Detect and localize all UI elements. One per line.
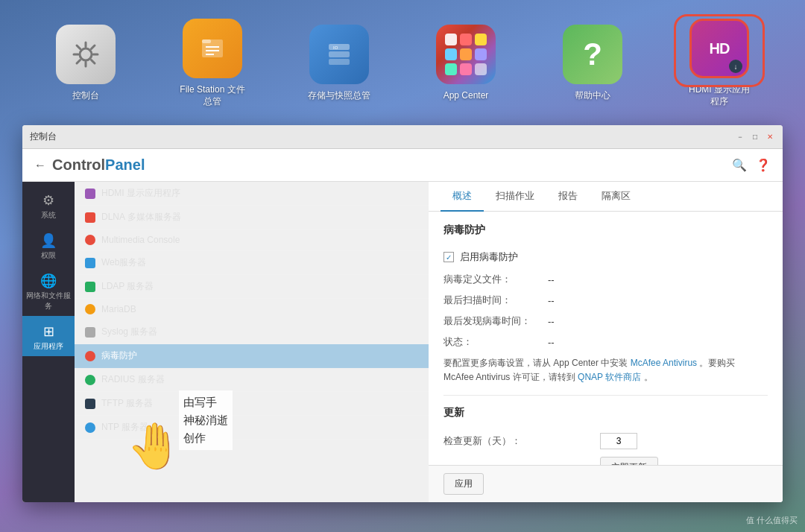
back-button[interactable]: ←: [34, 159, 46, 172]
app-item-hdmi[interactable]: HDMI 显示应用程序: [75, 182, 429, 206]
mariadb-item-label: MariaDB: [101, 304, 136, 314]
last-found-label: 最后发现病毒时间：: [443, 314, 548, 328]
last-scan-value: --: [548, 295, 555, 306]
app-item-syslog[interactable]: Syslog 服务器: [75, 320, 429, 344]
app-item-dlna[interactable]: DLNA 多媒体服务器: [75, 206, 429, 229]
watermark-line1: 由写手: [183, 393, 228, 411]
tab-scan[interactable]: 扫描作业: [484, 182, 546, 212]
last-found-value: --: [548, 316, 555, 327]
bottom-watermark: 值 什么值得买: [746, 515, 798, 526]
svg-rect-10: [202, 39, 211, 43]
tab-quarantine[interactable]: 隔离区: [590, 182, 643, 212]
nav-apps[interactable]: ⊞ 应用程序: [22, 316, 75, 356]
watermark-line2: 神秘消逝: [183, 411, 228, 429]
svg-text:IO: IO: [333, 45, 338, 50]
appcenter-icon-img: [436, 25, 496, 84]
mcafee-link[interactable]: McAfee Antivirus: [631, 358, 697, 368]
tabs: 概述 扫描作业 报告 隔离区: [429, 182, 783, 212]
svg-rect-14: [329, 44, 350, 50]
control-label: 控制台: [72, 90, 99, 102]
dlna-item-label: DLNA 多媒体服务器: [101, 211, 181, 224]
content-area: 概述 扫描作业 报告 隔离区 病毒防护 启用病毒防护 病毒定义文件： --: [429, 182, 783, 502]
svg-rect-16: [329, 59, 350, 65]
nav-network[interactable]: 🌐 网络和文件服务: [22, 265, 75, 316]
apply-section: 应用: [429, 465, 783, 502]
app-item-web[interactable]: Web服务器: [75, 251, 429, 275]
svg-line-6: [92, 60, 95, 64]
apply-button[interactable]: 应用: [443, 473, 484, 495]
ntp-dot: [85, 422, 95, 433]
nav-network-label: 网络和文件服务: [25, 291, 72, 311]
file-label: File Station 文件总管: [180, 84, 244, 107]
enable-protection-checkbox[interactable]: [443, 252, 454, 262]
svg-line-8: [77, 60, 80, 64]
last-scan-row: 最后扫描时间： --: [443, 294, 768, 307]
app-item-radius[interactable]: RADIUS 服务器: [75, 368, 429, 392]
syslog-dot: [85, 327, 95, 338]
enable-protection-label: 启用病毒防护: [460, 250, 518, 264]
divider-1: [443, 395, 768, 396]
titlebar-title: 控制台: [30, 130, 57, 143]
antivirus-item-label: 病毒防护: [101, 349, 137, 362]
status-value: --: [548, 337, 555, 348]
ldap-item-label: LDAP 服务器: [101, 280, 154, 293]
app-item-multimedia[interactable]: Multimedia Console: [75, 229, 429, 251]
apps-icon: ⊞: [43, 323, 54, 340]
maximize-button[interactable]: □: [750, 132, 760, 142]
virus-def-label: 病毒定义文件：: [443, 273, 548, 286]
update-interval-input[interactable]: [600, 433, 637, 449]
header-left: ← ControlPanel: [34, 156, 145, 174]
desktop-icon-storage[interactable]: IO 存储与快照总管: [298, 25, 380, 102]
minimize-button[interactable]: －: [735, 132, 745, 142]
app-item-ldap[interactable]: LDAP 服务器: [75, 275, 429, 299]
nav-apps-label: 应用程序: [34, 341, 63, 352]
hdmi-label: HDMI 显示应用程序: [689, 84, 750, 107]
network-icon: 🌐: [40, 273, 57, 289]
qnap-link[interactable]: QNAP 软件商店: [578, 372, 641, 382]
multimedia-item-label: Multimedia Console: [101, 235, 180, 245]
hdmi-icon-img: HD ↓: [689, 19, 749, 78]
window-title: ControlPanel: [52, 156, 145, 174]
close-button[interactable]: ✕: [765, 132, 775, 142]
file-icon-img: [183, 19, 242, 78]
last-scan-label: 最后扫描时间：: [443, 294, 548, 307]
nav-system-label: 系统: [41, 210, 56, 221]
app-list: HDMI 显示应用程序 DLNA 多媒体服务器 Multimedia Conso…: [75, 182, 429, 502]
radius-item-label: RADIUS 服务器: [101, 373, 165, 386]
app-item-mariadb[interactable]: MariaDB: [75, 299, 429, 320]
desktop-icon-appcenter[interactable]: App Center: [425, 25, 507, 102]
help-icon[interactable]: ❓: [756, 158, 771, 172]
privilege-icon: 👤: [40, 232, 57, 249]
help-label: 帮助中心: [575, 90, 610, 102]
app-item-antivirus[interactable]: 病毒防护: [75, 344, 429, 368]
titlebar-controls: － □ ✕: [735, 132, 775, 142]
update-interval-row: 检查更新（天）：: [443, 433, 768, 449]
svg-line-7: [92, 45, 95, 49]
system-icon: ⚙: [42, 192, 54, 209]
mariadb-dot: [85, 304, 95, 314]
nav-system[interactable]: ⚙ 系统: [22, 185, 75, 225]
desktop-icon-file[interactable]: File Station 文件总管: [171, 19, 253, 107]
nav-privilege[interactable]: 👤 权限: [22, 225, 75, 265]
status-label: 状态：: [443, 335, 548, 349]
help-icon-img: ?: [563, 25, 622, 84]
search-icon[interactable]: 🔍: [732, 158, 747, 172]
desktop-icon-control[interactable]: 控制台: [45, 25, 127, 102]
update-now-row: 立即更新: [443, 457, 768, 465]
update-now-button[interactable]: 立即更新: [600, 457, 658, 465]
control-icon-img: [56, 25, 116, 84]
app-item-tftp[interactable]: TFTP 服务器: [75, 392, 429, 416]
hdmi-dot: [85, 189, 95, 199]
appcenter-label: App Center: [443, 90, 489, 102]
desktop-icon-help[interactable]: ? 帮助中心: [552, 25, 634, 102]
app-item-ntp[interactable]: NTP 服务器: [75, 416, 429, 440]
tab-overview[interactable]: 概述: [441, 182, 484, 212]
multimedia-dot: [85, 235, 95, 245]
content-scroll: 病毒防护 启用病毒防护 病毒定义文件： -- 最后扫描时间： -- 最后发现病毒…: [429, 212, 783, 465]
desktop-icon-hdmi[interactable]: HD ↓ HDMI 显示应用程序: [678, 19, 760, 107]
syslog-item-label: Syslog 服务器: [101, 326, 157, 338]
ntp-item-label: NTP 服务器: [101, 421, 148, 434]
title-panel: Panel: [105, 156, 145, 173]
tab-report[interactable]: 报告: [546, 182, 590, 212]
info-text-3: 。: [644, 372, 653, 382]
